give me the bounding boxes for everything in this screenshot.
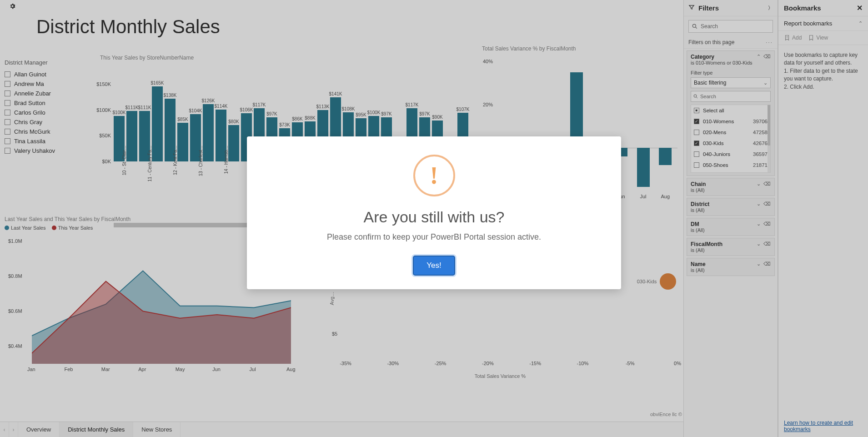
checkbox-icon[interactable] <box>5 129 10 135</box>
slicer-item[interactable]: Annelie Zubar <box>5 89 91 98</box>
checkbox-icon[interactable] <box>694 151 699 157</box>
slicer-item-label: Tina Lassila <box>14 138 45 145</box>
chevron-icon[interactable]: ⌄ <box>757 241 761 247</box>
checkbox-icon[interactable] <box>5 148 10 154</box>
checkbox-icon[interactable] <box>694 130 699 135</box>
y-tick-label: 20% <box>483 102 493 107</box>
clear-filter-icon[interactable]: ⌫ <box>763 201 771 207</box>
bar[interactable] <box>228 125 239 161</box>
filter-option-row[interactable]: Select all <box>691 105 770 116</box>
x-tick-label: -5% <box>619 361 642 366</box>
slicer-item[interactable]: Carlos Grilo <box>5 108 91 117</box>
filter-option-row[interactable]: 060-Intimate13232 <box>691 171 770 173</box>
option-name: 040-Juniors <box>703 151 753 157</box>
chevron-icon[interactable]: ⌄ <box>757 261 761 267</box>
page-tab[interactable]: New Stores <box>133 422 181 437</box>
checkbox-icon[interactable] <box>5 119 10 125</box>
slicer-item[interactable]: Brad Sutton <box>5 98 91 107</box>
filter-card: DMis (All)⌄⌫ <box>687 218 775 236</box>
bar[interactable] <box>126 111 137 161</box>
clear-filter-icon[interactable]: ⌫ <box>763 181 771 187</box>
filter-card-header[interactable]: Nameis (All)⌄⌫ <box>687 258 774 276</box>
bar-value-label: $100K <box>110 110 128 115</box>
x-tick-label: Mar <box>101 367 110 372</box>
filter-card-title: Category <box>691 54 757 60</box>
checkbox-icon[interactable] <box>5 110 10 116</box>
x-tick-label: Jul <box>634 194 652 199</box>
modal-body: Please confirm to keep your PowerBI Port… <box>261 232 607 242</box>
slicer-item-label: Chris Gray <box>14 119 42 126</box>
tab-next-icon[interactable]: › <box>9 422 18 437</box>
slicer-item[interactable]: Chris Gray <box>5 117 91 126</box>
bar[interactable] <box>637 148 650 187</box>
chevron-icon[interactable]: ⌄ <box>757 221 761 227</box>
filter-option-row[interactable]: 020-Mens47258 <box>691 127 770 138</box>
chevron-icon[interactable]: ⌄ <box>757 181 761 187</box>
checkbox-icon[interactable] <box>5 71 10 77</box>
filters-search[interactable] <box>688 20 773 33</box>
x-tick-label: May <box>176 367 185 372</box>
bar-value-label: $117K <box>250 102 268 107</box>
filters-search-input[interactable] <box>701 23 770 30</box>
slicer-item[interactable]: Valery Ushakov <box>5 146 91 155</box>
close-icon[interactable]: ✕ <box>857 4 863 12</box>
slicer-item-label: Valery Ushakov <box>14 147 55 154</box>
filter-type-select[interactable]: Basic filtering⌄ <box>691 77 771 88</box>
filter-icon <box>688 4 695 12</box>
filter-card-title: Chain <box>691 181 757 187</box>
slicer-item[interactable]: Andrew Ma <box>5 79 91 88</box>
x-tick-label: -30% <box>381 361 404 366</box>
checkbox-icon[interactable] <box>694 141 699 146</box>
bookmark-view-button[interactable]: View <box>808 35 828 41</box>
clear-filter-icon[interactable]: ⌫ <box>763 241 771 247</box>
checkbox-icon[interactable] <box>5 81 10 87</box>
option-scrollbar[interactable] <box>768 105 770 172</box>
bar[interactable] <box>659 148 672 165</box>
checkbox-icon[interactable] <box>694 108 699 113</box>
x-tick-label: -25% <box>429 361 452 366</box>
chevron-icon[interactable]: ⌄ <box>757 201 761 207</box>
slicer-item[interactable]: Chris McGurk <box>5 127 91 136</box>
chevron-icon[interactable]: ⌃ <box>757 54 761 60</box>
tab-prev-icon[interactable]: ‹ <box>0 422 9 437</box>
collapse-pane-icon[interactable]: 〉 <box>768 5 773 11</box>
more-icon[interactable]: ··· <box>766 39 773 45</box>
modal-confirm-button[interactable]: Yes! <box>413 256 455 276</box>
bar[interactable] <box>177 123 188 161</box>
filter-option-row[interactable]: 030-Kids42676 <box>691 138 770 149</box>
collapse-sub-icon[interactable]: ⌃ <box>858 20 863 26</box>
page-tab[interactable]: District Monthly Sales <box>60 422 133 437</box>
filter-option-search[interactable] <box>691 91 771 102</box>
filter-card-header[interactable]: Districtis (All)⌄⌫ <box>687 198 774 216</box>
y-tick-label: 40% <box>483 59 493 64</box>
checkbox-icon[interactable] <box>694 119 699 124</box>
y-tick-label: $0.4M <box>8 343 22 349</box>
scatter-point[interactable] <box>660 273 676 290</box>
filter-option-row[interactable]: 050-Shoes21871 <box>691 160 770 171</box>
clear-filter-icon[interactable]: ⌫ <box>763 221 771 227</box>
bookmarks-learn-link[interactable]: Learn how to create and edit bookmarks <box>784 420 863 432</box>
page-tab[interactable]: Overview <box>18 422 60 437</box>
filter-option-search-input[interactable] <box>700 94 768 99</box>
checkbox-icon[interactable] <box>5 138 10 144</box>
filter-card-subtitle: is (All) <box>691 247 757 253</box>
filter-card-header[interactable]: Categoryis 010-Womens or 030-Kids⌃⌫ <box>687 51 774 68</box>
filter-option-row[interactable]: 010-Womens39706 <box>691 116 770 127</box>
settings-gear-icon[interactable] <box>9 3 16 11</box>
checkbox-icon[interactable] <box>5 100 10 106</box>
clear-filter-icon[interactable]: ⌫ <box>763 261 771 267</box>
bar[interactable] <box>203 104 214 161</box>
filter-option-row[interactable]: 040-Juniors36597 <box>691 149 770 160</box>
filter-card: Districtis (All)⌄⌫ <box>687 198 775 216</box>
bookmark-add-button[interactable]: Add <box>784 35 802 41</box>
checkbox-icon[interactable] <box>694 162 699 168</box>
filter-card-header[interactable]: Chainis (All)⌄⌫ <box>687 178 774 196</box>
slicer-item[interactable]: Tina Lassila <box>5 136 91 146</box>
checkbox-icon[interactable] <box>5 90 10 96</box>
slicer-item-label: Allan Guinot <box>14 71 46 78</box>
clear-filter-icon[interactable]: ⌫ <box>763 54 771 60</box>
filter-card-header[interactable]: FiscalMonthis (All)⌄⌫ <box>687 238 774 256</box>
bar-value-label: $111K <box>135 105 154 110</box>
filter-card-header[interactable]: DMis (All)⌄⌫ <box>687 218 774 236</box>
slicer-item[interactable]: Allan Guinot <box>5 70 91 79</box>
